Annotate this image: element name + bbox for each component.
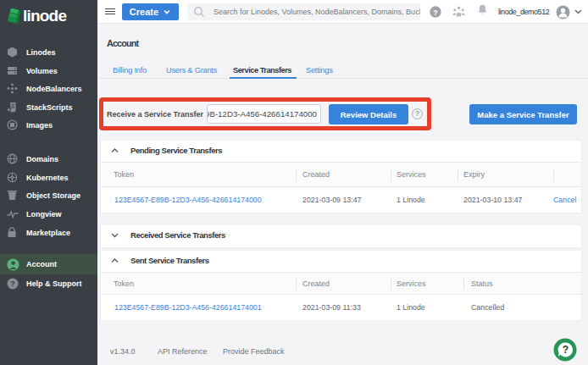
svg-text:?: ? — [433, 8, 438, 17]
svg-text:?: ? — [10, 279, 15, 288]
svg-text:?: ? — [563, 344, 569, 356]
